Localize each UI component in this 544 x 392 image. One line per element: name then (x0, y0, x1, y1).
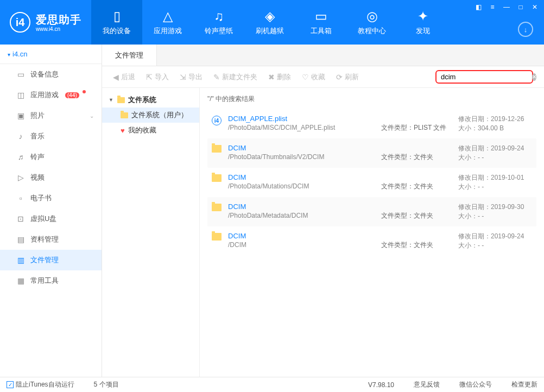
folder-icon (212, 204, 222, 211)
sidebar-icon: ♬ (16, 153, 25, 161)
logo: i4 爱思助手 www.i4.cn (0, 0, 91, 45)
search-box: ✕ (435, 70, 533, 84)
sidebar-root[interactable]: i4.cn (0, 45, 102, 64)
close-icon[interactable]: ✕ (530, 3, 540, 11)
menu-icon[interactable]: ≡ (488, 3, 497, 11)
result-type: 文件类型：文件夹 (381, 232, 452, 250)
feedback-link[interactable]: 意见反馈 (414, 380, 440, 389)
result-row[interactable]: DCIM/PhotoData/Metadata/DCIM文件类型：文件夹修改日期… (207, 197, 536, 226)
top-nav: ▯我的设备△应用游戏♫铃声壁纸◈刷机越狱▭工具箱◎教程中心✦发现 (91, 0, 448, 45)
toolbar-2[interactable]: ⇲导出 (180, 72, 203, 82)
toolbar-6[interactable]: ⟳刷新 (336, 72, 359, 82)
result-row[interactable]: DCIM/DCIM文件类型：文件夹修改日期：2019-09-24大小：- - (207, 226, 536, 256)
result-type: 文件类型：文件夹 (381, 203, 452, 220)
result-path: /PhotoData/MISC/DCIM_APPLE.plist (228, 124, 375, 131)
result-name: DCIM (228, 232, 375, 240)
itunes-checkbox[interactable]: ✓ (7, 381, 14, 388)
sidebar-item-4[interactable]: ♬铃声 (0, 147, 102, 167)
version-label: V7.98.10 (368, 381, 394, 389)
sidebar-label: 铃声 (30, 152, 45, 162)
sidebar-item-8[interactable]: ▤资料管理 (0, 229, 102, 250)
title-bar: i4 爱思助手 www.i4.cn ▯我的设备△应用游戏♫铃声壁纸◈刷机越狱▭工… (0, 0, 544, 45)
toolbar-0[interactable]: ◀后退 (113, 72, 135, 82)
clear-icon[interactable]: ✕ (532, 73, 536, 81)
result-row[interactable]: DCIM/PhotoData/Mutations/DCIM文件类型：文件夹修改日… (207, 168, 536, 197)
result-modified: 修改日期：2019-09-30 (458, 203, 532, 212)
sidebar-item-7[interactable]: ⊡虚拟U盘 (0, 208, 102, 229)
topnav-6[interactable]: ✦发现 (397, 0, 448, 45)
topnav-label: 发现 (416, 26, 430, 36)
result-modified: 修改日期：2019-09-24 (458, 144, 532, 153)
folder-icon (212, 174, 222, 182)
download-button[interactable]: ↓ (518, 22, 533, 37)
tree-label: 文件系统 (128, 95, 156, 105)
badge: (44) (65, 92, 79, 98)
sidebar-label: 文件管理 (30, 255, 59, 265)
sidebar-item-0[interactable]: ▭设备信息 (0, 64, 102, 85)
toolbar-icon: ⇲ (180, 73, 186, 81)
result-size: 大小：304.00 B (458, 124, 532, 133)
sidebar-item-10[interactable]: ▦常用工具 (0, 270, 102, 291)
search-input[interactable] (441, 73, 532, 81)
topnav-icon: ◈ (265, 9, 275, 24)
toolbar-5[interactable]: ♡收藏 (302, 72, 325, 82)
result-row[interactable]: DCIM/PhotoData/Thumbnails/V2/DCIM文件类型：文件… (207, 138, 536, 168)
topnav-icon: △ (163, 9, 173, 24)
tree-row-0[interactable]: ▼文件系统 (102, 92, 199, 108)
logo-icon: i4 (10, 12, 30, 33)
topnav-3[interactable]: ◈刷机越狱 (244, 0, 295, 45)
sidebar-item-5[interactable]: ▷视频 (0, 167, 102, 188)
sidebar-item-2[interactable]: ▣照片⌄ (0, 105, 102, 126)
wechat-link[interactable]: 微信公众号 (459, 380, 492, 389)
topnav-icon: ▭ (315, 9, 327, 24)
sidebar-icon: ♪ (16, 132, 25, 141)
sidebar-label: 设备信息 (30, 69, 59, 79)
result-path: /PhotoData/Thumbnails/V2/DCIM (228, 153, 375, 161)
sidebar-label: 照片 (30, 111, 45, 121)
topnav-4[interactable]: ▭工具箱 (295, 0, 346, 45)
topnav-icon: ▯ (113, 9, 121, 24)
topnav-label: 应用游戏 (154, 26, 182, 36)
toolbar-label: 刷新 (345, 72, 359, 82)
toolbar-1[interactable]: ⇱导入 (146, 72, 169, 82)
sidebar-item-3[interactable]: ♪音乐 (0, 126, 102, 147)
tab-file-management[interactable]: 文件管理 (102, 45, 157, 66)
sidebar-label: 电子书 (30, 193, 52, 203)
topnav-label: 教程中心 (358, 26, 386, 36)
sidebar-icon: ▦ (16, 276, 25, 285)
sidebar-item-1[interactable]: ◫应用游戏(44) (0, 85, 102, 105)
skin-icon[interactable]: ◧ (473, 3, 483, 11)
maximize-icon[interactable]: □ (516, 3, 526, 11)
topnav-label: 工具箱 (311, 26, 332, 36)
sidebar-label: 虚拟U盘 (30, 214, 56, 224)
toolbar-label: 收藏 (311, 72, 325, 82)
topnav-icon: ♫ (214, 9, 224, 24)
sidebar-label: 视频 (30, 173, 45, 182)
result-row[interactable]: i4DCIM_APPLE.plist/PhotoData/MISC/DCIM_A… (207, 109, 536, 138)
toolbar-icon: ✖ (268, 73, 275, 81)
tree-row-1[interactable]: 文件系统（用户） (102, 108, 199, 123)
result-name: DCIM (228, 203, 375, 211)
folder-icon (117, 97, 125, 103)
toolbar-4[interactable]: ✖删除 (268, 72, 291, 82)
sidebar-label: 应用游戏 (30, 90, 59, 100)
update-link[interactable]: 检查更新 (511, 380, 537, 389)
result-type: 文件类型：PLIST 文件 (381, 115, 452, 132)
folder-tree: ▼文件系统文件系统（用户）♥我的收藏 (102, 88, 200, 377)
topnav-0[interactable]: ▯我的设备 (91, 0, 142, 45)
toolbar-icon: ✎ (213, 73, 220, 81)
topnav-2[interactable]: ♫铃声壁纸 (193, 0, 244, 45)
window-controls: ◧ ≡ — □ ✕ (473, 3, 540, 11)
result-size: 大小：- - (458, 212, 532, 221)
topnav-1[interactable]: △应用游戏 (142, 0, 193, 45)
sidebar-icon: ▷ (16, 173, 25, 182)
status-bar: ✓ 阻止iTunes自动运行 5 个项目 V7.98.10 意见反馈 微信公众号… (0, 377, 544, 392)
topnav-5[interactable]: ◎教程中心 (346, 0, 397, 45)
toolbar-3[interactable]: ✎新建文件夹 (213, 72, 257, 82)
plist-icon: i4 (212, 116, 222, 125)
sidebar-item-9[interactable]: ▥文件管理 (0, 250, 102, 270)
tree-row-2[interactable]: ♥我的收藏 (102, 123, 199, 138)
toolbar-label: 导出 (188, 72, 203, 82)
minimize-icon[interactable]: — (502, 3, 511, 11)
sidebar-item-6[interactable]: ▫电子书 (0, 188, 102, 208)
